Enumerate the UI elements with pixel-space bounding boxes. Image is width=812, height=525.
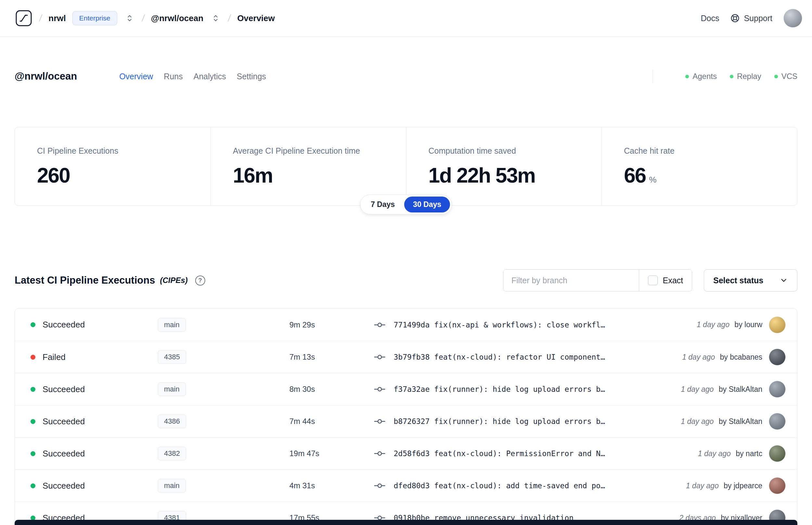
- org-switcher-chevron[interactable]: [124, 12, 135, 24]
- current-page-name[interactable]: Overview: [237, 13, 275, 24]
- git-commit-icon: [374, 385, 385, 393]
- navbar-actions: Docs Support: [701, 9, 802, 28]
- breadcrumb-separator: /: [39, 13, 43, 24]
- status-dot: [31, 355, 35, 360]
- breadcrumb-separator: /: [141, 13, 145, 24]
- cell-status: Succeeded: [31, 449, 158, 459]
- stat-card-ci-pipeline-executions: CI Pipeline Executions 260: [15, 127, 211, 205]
- exact-label: Exact: [663, 276, 683, 285]
- cell-branch: 4385: [158, 350, 289, 364]
- workspace-name[interactable]: @nrwl/ocean: [151, 13, 203, 24]
- cell-commit: dfed80d3 feat(nx-cloud): add time-saved …: [374, 481, 676, 490]
- cipe-table-row[interactable]: Failed 4385 7m 13s 3b79fb38 feat(nx-clou…: [15, 341, 797, 373]
- workspace-header: @nrwl/ocean Overview Runs Analytics Sett…: [15, 69, 797, 84]
- tab-overview[interactable]: Overview: [119, 72, 153, 81]
- author-avatar: [769, 381, 786, 397]
- git-commit-icon: [374, 482, 385, 490]
- cell-commit: f37a32ae fix(runner): hide log upload er…: [374, 385, 671, 393]
- status-item-agents[interactable]: Agents: [685, 72, 717, 81]
- author-avatar: [769, 445, 786, 462]
- top-navbar: / nrwl Enterprise / @nrwl/ocean / Overvi…: [0, 0, 812, 37]
- relative-time: 1 day ago: [686, 481, 719, 490]
- status-item-vcs[interactable]: VCS: [774, 72, 797, 81]
- branch-badge: main: [158, 318, 186, 332]
- branch-badge: 4385: [158, 350, 186, 364]
- relative-time: 1 day ago: [681, 417, 714, 425]
- status-label: Succeeded: [43, 481, 85, 491]
- git-commit-icon: [374, 353, 385, 361]
- enterprise-badge: Enterprise: [73, 11, 117, 25]
- cell-meta: 1 day ago by bcabanes: [682, 349, 786, 365]
- author-avatar: [769, 413, 786, 430]
- org-name[interactable]: nrwl: [48, 13, 66, 24]
- branch-badge: 4386: [158, 415, 186, 428]
- range-30-days-button[interactable]: 30 Days: [404, 197, 450, 212]
- cipe-table-row[interactable]: Succeeded main 9m 29s 771499da fix(nx-ap…: [15, 309, 797, 341]
- cell-duration: 4m 31s: [289, 481, 374, 490]
- lifebuoy-support-icon: [730, 13, 740, 23]
- support-link[interactable]: Support: [730, 13, 772, 23]
- author-name: by StalkAltan: [719, 385, 762, 393]
- status-dot: [31, 483, 35, 488]
- vertical-divider: [653, 70, 653, 83]
- green-status-dot: [730, 75, 733, 78]
- docs-link[interactable]: Docs: [701, 14, 719, 23]
- cipes-title: Latest CI Pipeline Executions: [15, 274, 155, 286]
- chevron-up-down-icon: [125, 14, 134, 23]
- meta-text: 1 day ago by StalkAltan: [681, 385, 762, 394]
- partially-visible-bottom-element: [15, 520, 797, 525]
- cell-branch: main: [158, 479, 289, 493]
- cell-meta: 1 day ago by jdpearce: [686, 477, 786, 494]
- stat-card-cache-hit-rate: Cache hit rate 66%: [601, 127, 797, 205]
- workspace-switcher-chevron[interactable]: [210, 12, 221, 24]
- relative-time: 1 day ago: [698, 449, 731, 458]
- status-item-replay[interactable]: Replay: [730, 72, 761, 81]
- meta-text: 1 day ago by StalkAltan: [681, 417, 762, 426]
- nx-cloud-logo-icon: [15, 9, 33, 27]
- meta-text: 1 day ago by jdpearce: [686, 481, 762, 490]
- status-dot: [31, 451, 35, 456]
- status-dot: [31, 387, 35, 392]
- cipes-title-wrap: Latest CI Pipeline Executions (CIPEs) ?: [15, 274, 205, 286]
- cell-status: Succeeded: [31, 417, 158, 426]
- breadcrumb: / nrwl Enterprise / @nrwl/ocean / Overvi…: [15, 9, 275, 27]
- branch-filter-input[interactable]: [503, 270, 639, 291]
- status-dot: [31, 419, 35, 424]
- page-title: @nrwl/ocean: [15, 71, 77, 82]
- cipe-table-row[interactable]: Succeeded 4382 19m 47s 2d58f6d3 feat(nx-…: [15, 437, 797, 469]
- author-avatar: [769, 316, 786, 333]
- cell-status: Succeeded: [31, 481, 158, 491]
- cell-duration: 7m 13s: [289, 352, 374, 362]
- tab-runs[interactable]: Runs: [164, 72, 183, 81]
- cipe-table-row[interactable]: Succeeded main 8m 30s f37a32ae fix(runne…: [15, 373, 797, 405]
- exact-checkbox[interactable]: [648, 275, 658, 285]
- branch-badge: main: [158, 479, 186, 493]
- cell-commit: b8726327 fix(runner): hide log upload er…: [374, 417, 671, 425]
- status-dot: [31, 322, 35, 327]
- tab-analytics[interactable]: Analytics: [194, 72, 226, 81]
- user-avatar[interactable]: [783, 9, 802, 28]
- green-status-dot: [685, 75, 689, 78]
- cipe-table-row[interactable]: Succeeded main 4m 31s dfed80d3 feat(nx-c…: [15, 469, 797, 501]
- cell-meta: 1 day ago by StalkAltan: [681, 381, 786, 397]
- cell-duration: 8m 30s: [289, 385, 374, 394]
- status-select-dropdown[interactable]: Select status: [704, 269, 797, 291]
- nx-cloud-logo[interactable]: [15, 9, 33, 27]
- stat-card-computation-time-saved: Computation time saved 1d 22h 53m: [406, 127, 601, 205]
- green-status-dot: [774, 75, 778, 78]
- cell-meta: 1 day ago by nartc: [698, 445, 786, 462]
- range-7-days-button[interactable]: 7 Days: [362, 197, 403, 212]
- tab-settings[interactable]: Settings: [237, 72, 266, 81]
- status-label: Failed: [43, 352, 66, 362]
- help-icon[interactable]: ?: [195, 275, 205, 286]
- cipe-table-row[interactable]: Succeeded 4386 7m 44s b8726327 fix(runne…: [15, 405, 797, 437]
- cell-branch: 4386: [158, 415, 289, 428]
- git-commit-icon: [374, 418, 385, 425]
- cell-branch: 4382: [158, 447, 289, 460]
- relative-time: 1 day ago: [697, 320, 730, 329]
- commit-message: 771499da fix(nx-api & workflows): close …: [394, 321, 605, 329]
- cell-status: Succeeded: [31, 384, 158, 394]
- branch-filter-group: Exact: [503, 269, 692, 291]
- author-avatar: [769, 349, 786, 365]
- cell-commit: 771499da fix(nx-api & workflows): close …: [374, 321, 687, 329]
